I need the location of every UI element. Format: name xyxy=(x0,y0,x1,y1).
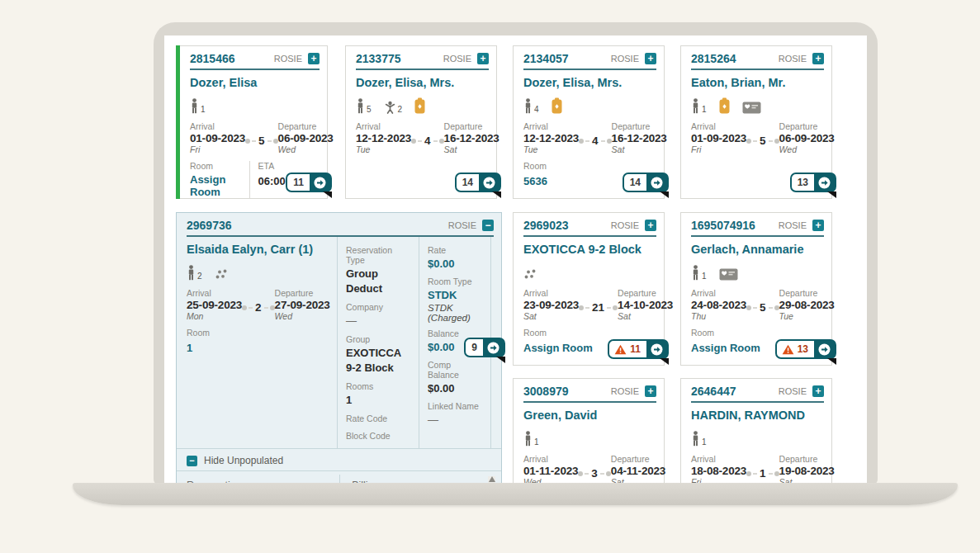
confirmation-number[interactable]: 2969736 xyxy=(187,219,232,232)
confirmation-number[interactable]: 3008979 xyxy=(523,385,569,398)
reservation-card[interactable]: 2969023 ROSIE + EXOTICCA 9-2 Block Arriv… xyxy=(513,212,665,366)
nights-connector: 4 xyxy=(411,135,444,147)
nights-count: 4 xyxy=(592,135,599,147)
comp-balance-value: $0.00 xyxy=(428,382,455,395)
confirmation-number[interactable]: 2133775 xyxy=(356,52,401,65)
agent-label: ROSIE xyxy=(779,386,807,396)
guest-name[interactable]: Elsaida Ealyn, Carr (1) xyxy=(177,237,337,256)
nights-connector: 4 xyxy=(579,135,612,147)
reservation-card[interactable]: 2815264 ROSIE + Eaton, Brian, Mr. 1 xyxy=(680,45,832,199)
departure-day: Sat xyxy=(444,144,499,154)
expand-button[interactable]: + xyxy=(812,220,824,231)
room-type-label: Room Type xyxy=(428,276,482,286)
notifications-badge[interactable]: 9 xyxy=(464,338,505,357)
agent-label: ROSIE xyxy=(274,54,302,64)
adult-count: 5 xyxy=(367,105,372,114)
warning-icon xyxy=(782,344,794,355)
expand-button[interactable]: + xyxy=(645,53,656,64)
confirmation-number[interactable]: 2646447 xyxy=(691,385,736,398)
expand-button[interactable]: + xyxy=(477,53,489,64)
departure-label: Departure xyxy=(618,288,673,298)
open-reservation-button[interactable] xyxy=(814,341,835,357)
arrival-date: 01-11-2023 xyxy=(523,465,578,477)
expand-button[interactable]: + xyxy=(812,53,824,64)
arrow-right-icon xyxy=(651,343,663,356)
room-type-value[interactable]: STDK xyxy=(428,289,457,301)
adult-icon: 1 xyxy=(190,98,206,114)
agent-label: ROSIE xyxy=(611,220,639,230)
arrival-day: Fri xyxy=(691,144,746,154)
adult-icon: 1 xyxy=(691,431,707,447)
notifications-badge[interactable]: 13 xyxy=(790,173,836,192)
departure-date: 19-08-2023 xyxy=(779,465,835,477)
keycard-icon xyxy=(719,97,730,114)
guest-name[interactable]: Green, David xyxy=(514,403,664,422)
hide-unpopulated-toggle[interactable]: − xyxy=(187,456,197,466)
arrival-date: 01-09-2023 xyxy=(691,132,746,144)
departure-day: Tue xyxy=(779,311,835,321)
confirmation-number[interactable]: 2969023 xyxy=(523,219,569,232)
arrival-day: Fri xyxy=(190,144,245,154)
guest-name[interactable]: Dozer, Elisa, Mrs. xyxy=(514,70,664,89)
nights-connector: 3 xyxy=(578,467,611,480)
arrival-date: 25-09-2023 xyxy=(187,299,242,311)
notifications-badge[interactable]: 11 xyxy=(608,339,669,359)
open-reservation-button[interactable] xyxy=(646,341,667,357)
confirmation-number[interactable]: 2815466 xyxy=(190,52,235,65)
guest-name[interactable]: Dozer, Elisa xyxy=(177,70,327,89)
notifications-badge[interactable]: 14 xyxy=(623,173,669,192)
open-reservation-button[interactable] xyxy=(479,174,499,191)
linked-name-label: Linked Name xyxy=(428,401,482,411)
reservation-card[interactable]: 2646447 ROSIE + HARDIN, RAYMOND 1 Arriva… xyxy=(680,378,832,484)
room-number-link[interactable]: 5636 xyxy=(523,175,547,187)
arrival-day: Sat xyxy=(523,311,579,321)
guest-name[interactable]: EXOTICCA 9-2 Block xyxy=(514,237,664,256)
guest-name[interactable]: Eaton, Brian, Mr. xyxy=(681,70,831,89)
reservation-card[interactable]: 3008979 ROSIE + Green, David 1 Arrival 0… xyxy=(513,378,665,484)
child-count: 2 xyxy=(398,105,403,114)
nights-connector: 5 xyxy=(746,135,779,147)
badge-count: 11 xyxy=(627,343,646,355)
open-reservation-button[interactable] xyxy=(483,339,504,356)
arrival-date: 24-08-2023 xyxy=(691,299,746,311)
adult-count: 1 xyxy=(201,105,206,114)
reservation-card[interactable]: 2815466 ROSIE + Dozer, Elisa 1 Arrival 0… xyxy=(176,45,328,199)
confirmation-number[interactable]: 2815264 xyxy=(691,52,736,65)
confirmation-number[interactable]: 2134057 xyxy=(523,52,569,65)
assign-room-link[interactable]: Assign Room xyxy=(691,342,760,354)
expand-button[interactable]: + xyxy=(308,53,320,64)
nights-count: 5 xyxy=(760,301,766,314)
open-reservation-button[interactable] xyxy=(814,174,835,191)
scrollbar-up-arrow[interactable] xyxy=(489,476,495,482)
collapse-button[interactable]: − xyxy=(482,220,494,231)
nights-connector: 1 xyxy=(746,467,779,480)
room-label: Room xyxy=(691,328,821,338)
balance-value: $0.00 xyxy=(428,341,455,353)
departure-date: 06-09-2023 xyxy=(779,132,835,144)
agent-label: ROSIE xyxy=(448,220,476,230)
open-reservation-button[interactable] xyxy=(310,174,330,191)
guest-name[interactable]: HARDIN, RAYMOND xyxy=(681,403,831,422)
room-number-link[interactable]: 1 xyxy=(187,342,192,354)
notifications-badge[interactable]: 11 xyxy=(286,173,332,192)
guest-name[interactable]: Dozer, Elisa, Mrs. xyxy=(346,70,496,89)
assign-room-link[interactable]: Assign Room xyxy=(190,173,249,198)
arrival-date: 18-08-2023 xyxy=(691,465,746,477)
assign-room-link[interactable]: Assign Room xyxy=(523,342,593,354)
reservation-card[interactable]: 1695074916 ROSIE + Gerlach, Annamarie 1 … xyxy=(680,212,832,366)
guest-name[interactable]: Gerlach, Annamarie xyxy=(681,237,831,256)
loyalty-card-icon xyxy=(719,268,738,281)
expand-button[interactable]: + xyxy=(812,385,824,397)
arrival-label: Arrival xyxy=(691,288,746,298)
reservation-card[interactable]: 2133775 ROSIE + Dozer, Elisa, Mrs. 5 2 xyxy=(345,45,497,199)
expand-button[interactable]: + xyxy=(645,385,656,397)
reservation-card[interactable]: 2134057 ROSIE + Dozer, Elisa, Mrs. 4 Arr… xyxy=(513,45,665,199)
notifications-badge[interactable]: 14 xyxy=(455,173,501,192)
reservation-card-expanded[interactable]: 2969736 ROSIE − Elsaida Ealyn, Carr (1) … xyxy=(176,212,502,484)
expand-button[interactable]: + xyxy=(645,220,656,231)
open-reservation-button[interactable] xyxy=(646,174,667,191)
room-type-charged: STDK (Charged) xyxy=(428,303,482,323)
confirmation-number[interactable]: 1695074916 xyxy=(691,219,755,232)
adult-count: 1 xyxy=(702,437,707,447)
notifications-badge[interactable]: 13 xyxy=(775,339,836,359)
